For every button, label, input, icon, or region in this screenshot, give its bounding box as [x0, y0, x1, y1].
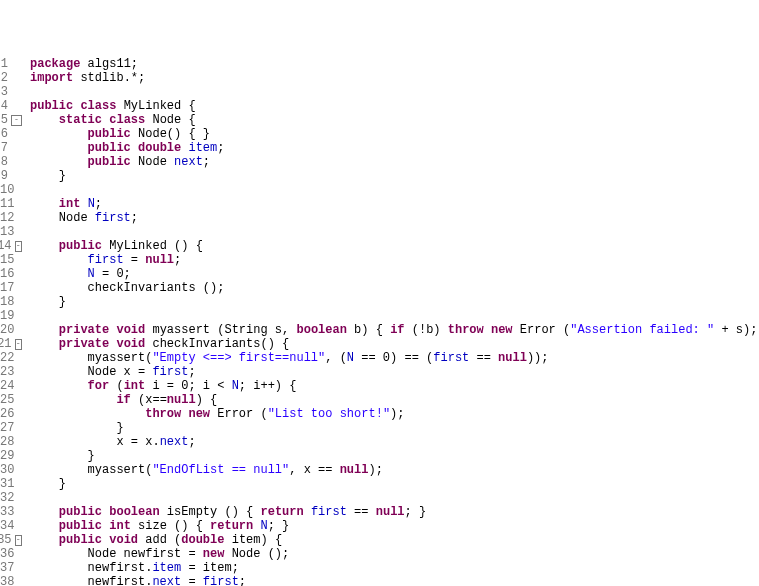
- line-number: 15: [0, 253, 22, 267]
- code-editor[interactable]: 12345-67891011121314-15161718192021-2223…: [0, 56, 759, 586]
- code-line[interactable]: public double item;: [30, 141, 759, 155]
- line-number: 12: [0, 211, 22, 225]
- code-line[interactable]: private void checkInvariants() {: [30, 337, 759, 351]
- code-line[interactable]: [30, 491, 759, 505]
- code-line[interactable]: public MyLinked () {: [30, 239, 759, 253]
- line-number: 13: [0, 225, 22, 239]
- fold-toggle-icon[interactable]: -: [15, 535, 22, 546]
- line-number: 7: [0, 141, 22, 155]
- line-number: 23: [0, 365, 22, 379]
- code-line[interactable]: Node first;: [30, 211, 759, 225]
- line-number: 4: [0, 99, 22, 113]
- line-number: 30: [0, 463, 22, 477]
- line-number: 22: [0, 351, 22, 365]
- code-line[interactable]: newfirst.item = item;: [30, 561, 759, 575]
- code-line[interactable]: [30, 183, 759, 197]
- code-line[interactable]: N = 0;: [30, 267, 759, 281]
- line-number: 19: [0, 309, 22, 323]
- line-number: 28: [0, 435, 22, 449]
- line-number: 5-: [0, 113, 22, 127]
- code-line[interactable]: public class MyLinked {: [30, 99, 759, 113]
- code-line[interactable]: Node newfirst = new Node ();: [30, 547, 759, 561]
- line-number: 38: [0, 575, 22, 586]
- code-line[interactable]: public boolean isEmpty () { return first…: [30, 505, 759, 519]
- code-line[interactable]: if (x==null) {: [30, 393, 759, 407]
- code-line[interactable]: public int size () { return N; }: [30, 519, 759, 533]
- fold-toggle-icon[interactable]: -: [15, 241, 22, 252]
- code-area[interactable]: package algs11;import stdlib.*;public cl…: [30, 57, 759, 586]
- code-line[interactable]: }: [30, 169, 759, 183]
- line-number: 3: [0, 85, 22, 99]
- code-line[interactable]: }: [30, 421, 759, 435]
- code-line[interactable]: [30, 309, 759, 323]
- code-line[interactable]: int N;: [30, 197, 759, 211]
- code-line[interactable]: Node x = first;: [30, 365, 759, 379]
- code-line[interactable]: [30, 85, 759, 99]
- fold-toggle-icon[interactable]: -: [15, 339, 22, 350]
- line-number: 24: [0, 379, 22, 393]
- line-number: 27: [0, 421, 22, 435]
- line-number: 35-: [0, 533, 22, 547]
- line-number: 31: [0, 477, 22, 491]
- line-number: 14-: [0, 239, 22, 253]
- line-number: 36: [0, 547, 22, 561]
- code-line[interactable]: myassert("EndOfList == null", x == null)…: [30, 463, 759, 477]
- code-line[interactable]: for (int i = 0; i < N; i++) {: [30, 379, 759, 393]
- code-line[interactable]: static class Node {: [30, 113, 759, 127]
- line-number: 10: [0, 183, 22, 197]
- code-line[interactable]: }: [30, 449, 759, 463]
- code-line[interactable]: public void add (double item) {: [30, 533, 759, 547]
- line-number: 26: [0, 407, 22, 421]
- line-number: 32: [0, 491, 22, 505]
- code-line[interactable]: }: [30, 477, 759, 491]
- line-number: 25: [0, 393, 22, 407]
- line-number: 8: [0, 155, 22, 169]
- code-line[interactable]: private void myassert (String s, boolean…: [30, 323, 759, 337]
- line-number: 6: [0, 127, 22, 141]
- line-number: 11: [0, 197, 22, 211]
- line-number: 17: [0, 281, 22, 295]
- code-line[interactable]: x = x.next;: [30, 435, 759, 449]
- line-number: 1: [0, 57, 22, 71]
- code-line[interactable]: import stdlib.*;: [30, 71, 759, 85]
- line-number: 18: [0, 295, 22, 309]
- code-line[interactable]: checkInvariants ();: [30, 281, 759, 295]
- code-line[interactable]: newfirst.next = first;: [30, 575, 759, 586]
- fold-toggle-icon[interactable]: -: [11, 115, 22, 126]
- code-line[interactable]: throw new Error ("List too short!");: [30, 407, 759, 421]
- line-number-gutter: 12345-67891011121314-15161718192021-2223…: [0, 57, 30, 586]
- line-number: 16: [0, 267, 22, 281]
- code-line[interactable]: [30, 225, 759, 239]
- code-line[interactable]: }: [30, 295, 759, 309]
- line-number: 33: [0, 505, 22, 519]
- line-number: 20: [0, 323, 22, 337]
- line-number: 21-: [0, 337, 22, 351]
- code-line[interactable]: myassert("Empty <==> first==null", (N ==…: [30, 351, 759, 365]
- line-number: 9: [0, 169, 22, 183]
- code-line[interactable]: public Node next;: [30, 155, 759, 169]
- line-number: 34: [0, 519, 22, 533]
- line-number: 2: [0, 71, 22, 85]
- code-line[interactable]: package algs11;: [30, 57, 759, 71]
- line-number: 37: [0, 561, 22, 575]
- code-line[interactable]: first = null;: [30, 253, 759, 267]
- code-line[interactable]: public Node() { }: [30, 127, 759, 141]
- line-number: 29: [0, 449, 22, 463]
